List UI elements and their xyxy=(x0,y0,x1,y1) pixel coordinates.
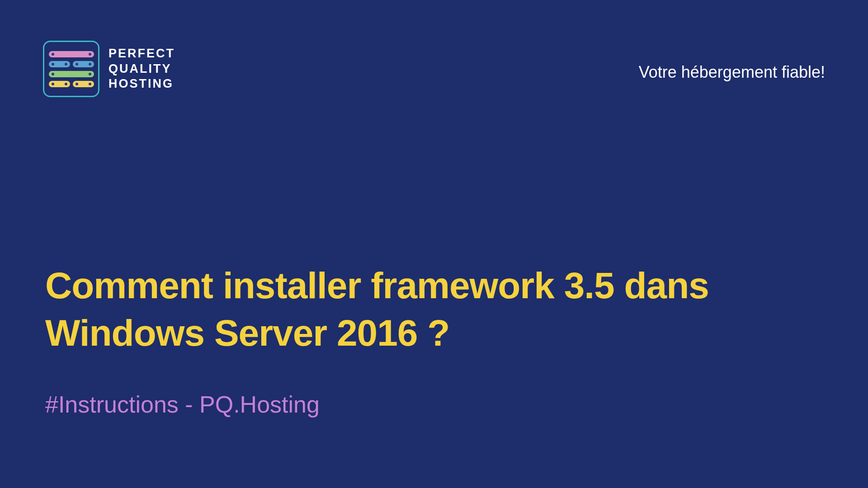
logo-icon xyxy=(43,41,99,97)
logo-text-line1: PERFECT xyxy=(108,46,175,61)
server-rack-icon xyxy=(49,61,70,67)
logo-container: PERFECT QUALITY HOSTING xyxy=(43,41,175,97)
tagline: Votre hébergement fiable! xyxy=(639,63,825,82)
header: PERFECT QUALITY HOSTING Votre hébergemen… xyxy=(43,41,825,97)
page-title: Comment installer framework 3.5 dans Win… xyxy=(45,262,868,357)
logo-text: PERFECT QUALITY HOSTING xyxy=(108,46,175,92)
server-rack-icon xyxy=(73,81,94,87)
server-rack-icon xyxy=(49,71,94,77)
logo-text-line3: HOSTING xyxy=(108,76,175,92)
server-rack-icon xyxy=(49,51,94,57)
logo-text-line2: QUALITY xyxy=(108,61,175,77)
main-content: Comment installer framework 3.5 dans Win… xyxy=(45,262,868,418)
server-rack-icon xyxy=(73,61,94,67)
server-rack-row xyxy=(49,81,94,87)
server-rack-row xyxy=(49,61,94,67)
page-subtitle: #Instructions - PQ.Hosting xyxy=(45,391,868,418)
server-rack-icon xyxy=(49,81,70,87)
